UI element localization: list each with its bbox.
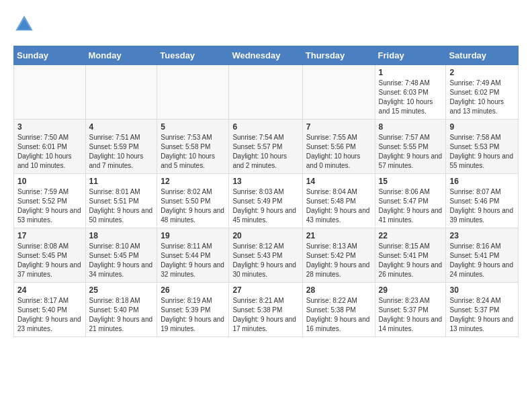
- header-wednesday: Wednesday: [229, 46, 302, 65]
- day-number: 29: [379, 285, 443, 295]
- day-number: 21: [306, 231, 371, 240]
- calendar: SundayMondayTuesdayWednesdayThursdayFrid…: [13, 46, 519, 337]
- day-detail: Sunrise: 7:58 AM Sunset: 5:53 PM Dayligh…: [449, 133, 515, 171]
- day-number: 19: [161, 231, 225, 240]
- day-number: 24: [17, 285, 82, 295]
- day-detail: Sunrise: 8:02 AM Sunset: 5:50 PM Dayligh…: [161, 187, 225, 225]
- calendar-cell: 21Sunrise: 8:13 AM Sunset: 5:42 PM Dayli…: [302, 228, 375, 283]
- calendar-cell: 10Sunrise: 7:59 AM Sunset: 5:52 PM Dayli…: [14, 174, 86, 228]
- day-detail: Sunrise: 8:13 AM Sunset: 5:42 PM Dayligh…: [306, 242, 371, 279]
- calendar-cell: 14Sunrise: 8:04 AM Sunset: 5:48 PM Dayli…: [302, 174, 375, 228]
- calendar-cell: 19Sunrise: 8:11 AM Sunset: 5:44 PM Dayli…: [157, 228, 229, 283]
- calendar-cell: [85, 65, 157, 120]
- day-number: 28: [306, 285, 371, 295]
- calendar-cell: 12Sunrise: 8:02 AM Sunset: 5:50 PM Dayli…: [157, 174, 229, 228]
- calendar-cell: [14, 65, 86, 120]
- calendar-cell: [157, 65, 229, 120]
- day-number: 30: [449, 285, 515, 295]
- day-number: 20: [232, 231, 298, 240]
- calendar-cell: 28Sunrise: 8:22 AM Sunset: 5:38 PM Dayli…: [302, 283, 375, 337]
- day-number: 17: [17, 231, 82, 240]
- calendar-cell: 29Sunrise: 8:23 AM Sunset: 5:37 PM Dayli…: [375, 283, 446, 337]
- day-number: 11: [89, 177, 154, 186]
- calendar-cell: [229, 65, 302, 120]
- header-saturday: Saturday: [446, 46, 519, 65]
- calendar-cell: 20Sunrise: 8:12 AM Sunset: 5:43 PM Dayli…: [229, 228, 302, 283]
- day-number: 13: [232, 177, 298, 186]
- calendar-cell: 9Sunrise: 7:58 AM Sunset: 5:53 PM Daylig…: [446, 120, 519, 174]
- calendar-cell: 16Sunrise: 8:07 AM Sunset: 5:46 PM Dayli…: [446, 174, 519, 228]
- day-detail: Sunrise: 8:08 AM Sunset: 5:45 PM Dayligh…: [17, 242, 82, 279]
- calendar-cell: 25Sunrise: 8:18 AM Sunset: 5:40 PM Dayli…: [85, 283, 157, 337]
- calendar-cell: 5Sunrise: 7:53 AM Sunset: 5:58 PM Daylig…: [157, 120, 229, 174]
- header-sunday: Sunday: [14, 46, 86, 65]
- day-detail: Sunrise: 7:54 AM Sunset: 5:57 PM Dayligh…: [232, 133, 298, 171]
- calendar-cell: 18Sunrise: 8:10 AM Sunset: 5:45 PM Dayli…: [85, 228, 157, 283]
- day-number: 16: [449, 177, 515, 186]
- day-number: 14: [306, 177, 371, 186]
- day-detail: Sunrise: 7:49 AM Sunset: 6:02 PM Dayligh…: [449, 79, 515, 116]
- day-number: 7: [306, 122, 371, 132]
- day-detail: Sunrise: 8:04 AM Sunset: 5:48 PM Dayligh…: [306, 187, 371, 225]
- calendar-header-row: SundayMondayTuesdayWednesdayThursdayFrid…: [14, 46, 519, 65]
- calendar-cell: 24Sunrise: 8:17 AM Sunset: 5:40 PM Dayli…: [14, 283, 86, 337]
- header: [13, 13, 519, 35]
- day-detail: Sunrise: 8:17 AM Sunset: 5:40 PM Dayligh…: [17, 296, 82, 334]
- calendar-cell: 6Sunrise: 7:54 AM Sunset: 5:57 PM Daylig…: [229, 120, 302, 174]
- day-number: 6: [232, 122, 298, 132]
- calendar-week-4: 17Sunrise: 8:08 AM Sunset: 5:45 PM Dayli…: [14, 228, 519, 283]
- day-detail: Sunrise: 7:59 AM Sunset: 5:52 PM Dayligh…: [17, 187, 82, 225]
- day-detail: Sunrise: 8:12 AM Sunset: 5:43 PM Dayligh…: [232, 242, 298, 279]
- day-number: 10: [17, 177, 82, 186]
- day-number: 27: [232, 285, 298, 295]
- calendar-cell: 11Sunrise: 8:01 AM Sunset: 5:51 PM Dayli…: [85, 174, 157, 228]
- calendar-week-3: 10Sunrise: 7:59 AM Sunset: 5:52 PM Dayli…: [14, 174, 519, 228]
- day-detail: Sunrise: 8:21 AM Sunset: 5:38 PM Dayligh…: [232, 296, 298, 334]
- calendar-week-1: 1Sunrise: 7:48 AM Sunset: 6:03 PM Daylig…: [14, 65, 519, 120]
- calendar-cell: 13Sunrise: 8:03 AM Sunset: 5:49 PM Dayli…: [229, 174, 302, 228]
- day-number: 18: [89, 231, 154, 240]
- day-detail: Sunrise: 8:10 AM Sunset: 5:45 PM Dayligh…: [89, 242, 154, 279]
- calendar-cell: 2Sunrise: 7:49 AM Sunset: 6:02 PM Daylig…: [446, 65, 519, 120]
- calendar-cell: 15Sunrise: 8:06 AM Sunset: 5:47 PM Dayli…: [375, 174, 446, 228]
- calendar-cell: 8Sunrise: 7:57 AM Sunset: 5:55 PM Daylig…: [375, 120, 446, 174]
- calendar-cell: 26Sunrise: 8:19 AM Sunset: 5:39 PM Dayli…: [157, 283, 229, 337]
- day-detail: Sunrise: 8:11 AM Sunset: 5:44 PM Dayligh…: [161, 242, 225, 279]
- calendar-cell: 1Sunrise: 7:48 AM Sunset: 6:03 PM Daylig…: [375, 65, 446, 120]
- day-detail: Sunrise: 8:22 AM Sunset: 5:38 PM Dayligh…: [306, 296, 371, 334]
- day-detail: Sunrise: 8:19 AM Sunset: 5:39 PM Dayligh…: [161, 296, 225, 334]
- day-detail: Sunrise: 8:06 AM Sunset: 5:47 PM Dayligh…: [379, 187, 443, 225]
- day-number: 2: [449, 68, 515, 77]
- day-number: 26: [161, 285, 225, 295]
- day-detail: Sunrise: 8:07 AM Sunset: 5:46 PM Dayligh…: [449, 187, 515, 225]
- day-number: 8: [379, 122, 443, 132]
- day-number: 25: [89, 285, 154, 295]
- day-detail: Sunrise: 7:50 AM Sunset: 6:01 PM Dayligh…: [17, 133, 82, 171]
- day-detail: Sunrise: 8:03 AM Sunset: 5:49 PM Dayligh…: [232, 187, 298, 225]
- day-number: 12: [161, 177, 225, 186]
- day-detail: Sunrise: 8:18 AM Sunset: 5:40 PM Dayligh…: [89, 296, 154, 334]
- day-number: 5: [161, 122, 225, 132]
- logo-icon: [13, 13, 35, 35]
- header-friday: Friday: [375, 46, 446, 65]
- day-number: 1: [379, 68, 443, 77]
- calendar-cell: 17Sunrise: 8:08 AM Sunset: 5:45 PM Dayli…: [14, 228, 86, 283]
- day-detail: Sunrise: 8:01 AM Sunset: 5:51 PM Dayligh…: [89, 187, 154, 225]
- day-detail: Sunrise: 7:55 AM Sunset: 5:56 PM Dayligh…: [306, 133, 371, 171]
- calendar-cell: 23Sunrise: 8:16 AM Sunset: 5:41 PM Dayli…: [446, 228, 519, 283]
- day-detail: Sunrise: 7:53 AM Sunset: 5:58 PM Dayligh…: [161, 133, 225, 171]
- day-detail: Sunrise: 8:23 AM Sunset: 5:37 PM Dayligh…: [379, 296, 443, 334]
- day-number: 3: [17, 122, 82, 132]
- day-number: 15: [379, 177, 443, 186]
- calendar-cell: 27Sunrise: 8:21 AM Sunset: 5:38 PM Dayli…: [229, 283, 302, 337]
- day-detail: Sunrise: 7:51 AM Sunset: 5:59 PM Dayligh…: [89, 133, 154, 171]
- day-detail: Sunrise: 8:24 AM Sunset: 5:37 PM Dayligh…: [449, 296, 515, 334]
- calendar-cell: 7Sunrise: 7:55 AM Sunset: 5:56 PM Daylig…: [302, 120, 375, 174]
- day-number: 4: [89, 122, 154, 132]
- calendar-cell: 22Sunrise: 8:15 AM Sunset: 5:41 PM Dayli…: [375, 228, 446, 283]
- day-number: 23: [449, 231, 515, 240]
- day-number: 22: [379, 231, 443, 240]
- day-detail: Sunrise: 7:57 AM Sunset: 5:55 PM Dayligh…: [379, 133, 443, 171]
- calendar-cell: 4Sunrise: 7:51 AM Sunset: 5:59 PM Daylig…: [85, 120, 157, 174]
- page: SundayMondayTuesdayWednesdayThursdayFrid…: [0, 0, 532, 344]
